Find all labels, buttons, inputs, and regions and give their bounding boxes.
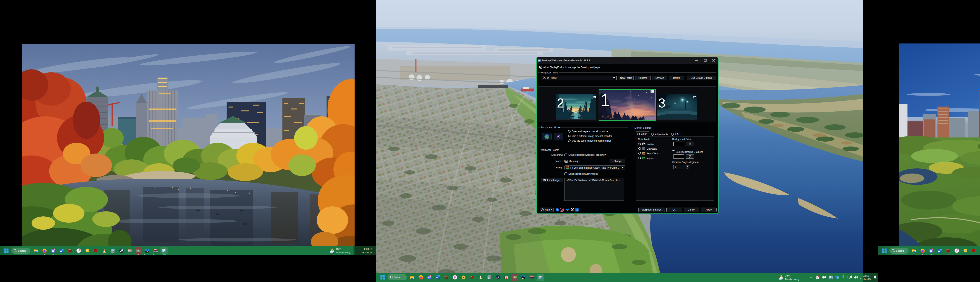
svg-text:in: in	[576, 209, 578, 211]
svg-text:?: ?	[542, 209, 543, 211]
svg-text:f: f	[557, 208, 558, 211]
